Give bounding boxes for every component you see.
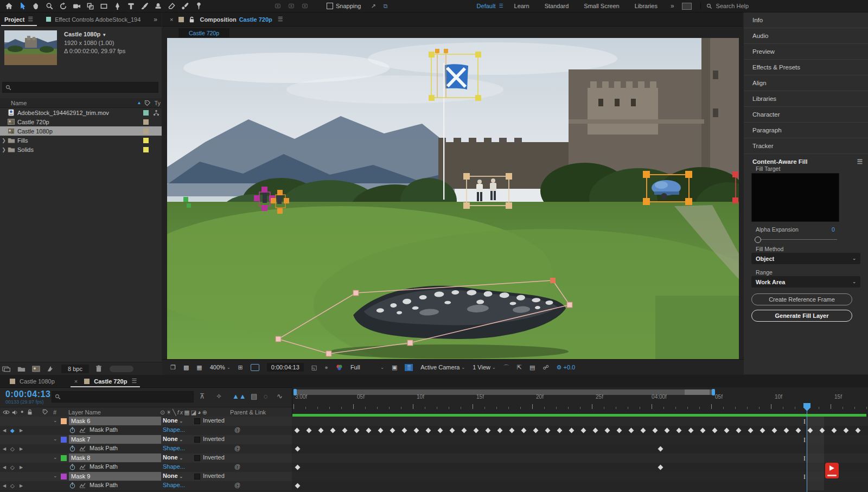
clone-stamp-tool-icon[interactable]	[151, 0, 165, 12]
mask-mode-dropdown[interactable]: None ⌄	[163, 417, 183, 424]
pick-whip-icon[interactable]: @	[234, 445, 240, 451]
panel-section-audio[interactable]: Audio	[744, 28, 868, 44]
lock-icon[interactable]	[27, 409, 33, 415]
region-of-interest-icon[interactable]: ▣	[392, 364, 397, 371]
alpha-expansion-value[interactable]: 0	[832, 226, 835, 233]
prev-keyframe-icon[interactable]: ◀	[3, 446, 6, 451]
fast-previews-icon[interactable]: ☍	[542, 364, 548, 371]
show-snapshot-icon[interactable]: ●	[324, 364, 328, 370]
eye-icon[interactable]	[3, 410, 10, 415]
project-item-fills[interactable]: ❯Fills	[0, 136, 162, 145]
property-value[interactable]: Shape...	[163, 482, 185, 488]
interpret-footage-icon[interactable]	[2, 366, 11, 372]
twirl-icon[interactable]: ⌄	[53, 473, 58, 478]
timeline-tab-menu-icon[interactable]: ☰	[131, 378, 137, 385]
lane-mask-8[interactable]: I	[292, 453, 868, 463]
comp-tab-close-icon[interactable]: ×	[170, 16, 173, 23]
keyframe-icon[interactable]	[390, 428, 395, 433]
keyframe-icon[interactable]	[593, 428, 598, 433]
pick-whip-icon[interactable]: @	[234, 426, 240, 433]
twirl-icon[interactable]: ⌄	[53, 436, 58, 442]
keyframe-icon[interactable]	[366, 428, 372, 433]
channels-icon[interactable]	[336, 364, 343, 371]
keyframe-icon[interactable]	[295, 465, 301, 470]
set-keyframe-icon[interactable]: ◇	[10, 445, 15, 452]
layer-color-swatch[interactable]	[61, 455, 67, 461]
layer-color-swatch[interactable]	[61, 474, 67, 480]
property-row-mask-8-mask-path[interactable]: ◀◇▶Mask PathShape...@	[0, 463, 292, 472]
alpha-expansion-slider[interactable]	[755, 237, 837, 242]
camera-dropdown[interactable]: Active Camera ⌄	[420, 364, 465, 370]
stopwatch-icon[interactable]	[69, 482, 75, 489]
panel-section-tracker[interactable]: Tracker	[744, 138, 868, 154]
layer-name[interactable]: Mask 6	[69, 417, 161, 425]
project-item-solids[interactable]: ❯Solids	[0, 145, 162, 154]
generate-fill-layer-button[interactable]: Generate Fill Layer	[751, 310, 852, 322]
property-name[interactable]: Mask Path	[90, 482, 118, 488]
keyframe-icon[interactable]	[658, 446, 663, 452]
draft-3d-icon[interactable]: ✧	[216, 392, 222, 400]
keyframe-icon[interactable]	[318, 428, 324, 433]
keyframe-icon[interactable]	[629, 428, 634, 433]
always-preview-icon[interactable]: ❐	[170, 364, 176, 371]
timeline-tab-close-icon[interactable]: ×	[74, 378, 78, 385]
keyframe-icon[interactable]	[712, 428, 718, 433]
keyframe-icon[interactable]	[724, 428, 730, 433]
keyframe-icon[interactable]	[856, 428, 861, 433]
panel-section-info[interactable]: Info	[744, 12, 868, 28]
mask-visibility-icon[interactable]	[251, 364, 259, 371]
label-chip[interactable]	[143, 110, 149, 116]
grid-guides-icon[interactable]: ⊞	[238, 364, 243, 371]
layer-row-mask-6[interactable]: ⌄Mask 6None ⌄Inverted	[0, 417, 292, 426]
panel-section-preview[interactable]: Preview	[744, 44, 868, 60]
property-value[interactable]: Shape...	[163, 463, 185, 470]
keyframe-icon[interactable]	[450, 428, 455, 433]
mask-mode-dropdown[interactable]: None ⌄	[163, 454, 183, 461]
mask-mode-dropdown[interactable]: None ⌄	[163, 472, 183, 479]
snap-along-edges-icon[interactable]: ↗	[371, 3, 376, 10]
prev-keyframe-icon[interactable]: ◀	[3, 483, 6, 488]
project-tab-overflow-icon[interactable]: »	[154, 16, 157, 23]
zoom-tool-icon[interactable]	[43, 0, 56, 12]
layer-name[interactable]: Mask 7	[69, 435, 161, 444]
label-chip[interactable]	[143, 129, 149, 134]
keyframe-icon[interactable]	[832, 428, 837, 433]
layer-row-mask-8[interactable]: ⌄Mask 8None ⌄Inverted	[0, 453, 292, 463]
panel-section-character[interactable]: Character	[744, 107, 868, 123]
keyframe-icon[interactable]	[557, 428, 563, 433]
set-keyframe-icon[interactable]: ◇	[10, 464, 15, 470]
selection-tool-icon[interactable]	[16, 0, 29, 12]
set-keyframe-icon[interactable]: ◇	[10, 482, 15, 489]
view-layout-dropdown[interactable]: 1 View ⌄	[473, 364, 496, 370]
next-keyframe-icon[interactable]: ▶	[20, 428, 23, 433]
lock-icon[interactable]	[189, 16, 195, 23]
project-item-castle-1080p[interactable]: Castle 1080p	[0, 126, 162, 136]
next-keyframe-icon[interactable]: ▶	[20, 483, 23, 488]
stopwatch-icon[interactable]	[69, 464, 75, 470]
slider-knob[interactable]	[755, 237, 761, 243]
workspace-menu-icon[interactable]: ☰	[499, 3, 503, 9]
keyframe-icon[interactable]	[402, 428, 407, 433]
new-folder-icon[interactable]	[17, 366, 25, 372]
panel-section-paragraph[interactable]: Paragraph	[744, 123, 868, 138]
new-composition-icon[interactable]	[32, 366, 40, 372]
puppet-pin-tool-icon[interactable]	[192, 0, 206, 12]
next-keyframe-icon[interactable]: ▶	[20, 465, 23, 470]
keyframe-icon[interactable]	[342, 428, 348, 433]
tab-project[interactable]: Project	[4, 16, 24, 23]
camera-tool-icon[interactable]	[70, 0, 84, 12]
range-dropdown[interactable]: Work Area⌄	[751, 276, 860, 287]
transparency-grid-icon[interactable]: ▒	[405, 364, 413, 371]
keyframe-icon[interactable]	[676, 428, 682, 433]
fill-method-dropdown[interactable]: Object⌄	[751, 253, 860, 264]
eraser-tool-icon[interactable]	[165, 0, 178, 12]
motion-blur-icon[interactable]: ◌	[264, 392, 268, 400]
keyframe-icon[interactable]	[658, 465, 663, 470]
safe-margins-icon[interactable]: ⌒	[503, 363, 509, 372]
renderer-icon[interactable]: ▲▲	[232, 392, 246, 400]
workspace-default[interactable]: Default	[477, 3, 496, 9]
panel-section-libraries[interactable]: Libraries	[744, 91, 868, 107]
panel-section-align[interactable]: Align	[744, 75, 868, 91]
composition-viewer[interactable]	[167, 38, 739, 359]
snapping-toggle[interactable]: Snapping	[327, 3, 361, 9]
